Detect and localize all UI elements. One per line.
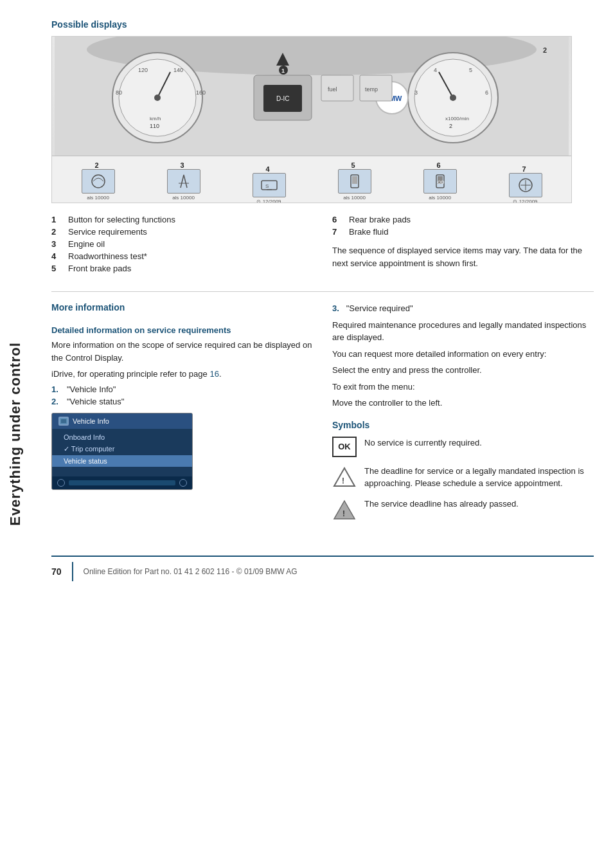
svg-text:5: 5 bbox=[469, 67, 472, 73]
symbols-section: Symbols OK No service is currently requi… bbox=[332, 420, 594, 522]
step3-body2: You can request more detailed informatio… bbox=[332, 348, 594, 361]
svg-text:1: 1 bbox=[281, 68, 285, 74]
item-1-text: Button for selecting functions bbox=[68, 215, 175, 224]
page-footer: 70 Online Edition for Part no. 01 41 2 6… bbox=[51, 556, 594, 581]
svg-point-9 bbox=[154, 95, 161, 101]
menu-item-vehicle-status: Vehicle status bbox=[52, 455, 192, 467]
item-5-num: 5 bbox=[51, 264, 62, 273]
svg-text:OD: OD bbox=[438, 180, 445, 185]
svg-text:!: ! bbox=[342, 476, 344, 485]
cluster-top: 120 140 160 80 km/h 110 4 5 6 3 bbox=[52, 37, 571, 156]
service-icons-row: 2 als 10000 ⊙ 12/2009 bbox=[52, 156, 571, 203]
svg-text:!: ! bbox=[342, 509, 345, 518]
list-item-3: 3 Engine oil bbox=[51, 239, 313, 249]
item-1-num: 1 bbox=[51, 215, 62, 224]
ok-symbol-description: No service is currently required. bbox=[364, 437, 482, 449]
list-item-2: 2 Service requirements bbox=[51, 227, 313, 237]
step3-heading: "Service required" bbox=[346, 303, 413, 313]
triangle-outline-description: The deadline for service or a legally ma… bbox=[364, 465, 594, 490]
more-info-body1: More information on the scope of service… bbox=[51, 339, 313, 364]
step-1: 1. "Vehicle Info" bbox=[51, 384, 313, 394]
ok-symbol-box: OK bbox=[332, 437, 357, 457]
sidebar-text: Everything under control bbox=[7, 342, 24, 526]
more-info-steps: 1. "Vehicle Info" 2. "Vehicle status" bbox=[51, 384, 313, 406]
svg-text:2: 2 bbox=[449, 123, 452, 129]
svg-text:S: S bbox=[265, 183, 269, 189]
menu-title: Vehicle Info bbox=[73, 417, 109, 425]
footer-text: Online Edition for Part no. 01 41 2 602 … bbox=[84, 567, 298, 576]
svg-point-19 bbox=[450, 95, 456, 101]
more-info-left: More information Detailed information on… bbox=[51, 302, 313, 530]
service-item-4: 4 S ⊙ 12/2009 bbox=[229, 165, 308, 204]
detailed-info-sub-heading: Detailed information on service requirem… bbox=[51, 325, 313, 335]
service-item-3: 3 als 10000 ⊙ 12/2009 bbox=[144, 161, 223, 203]
svg-text:D-IC: D-IC bbox=[276, 95, 290, 102]
svg-text:fuel: fuel bbox=[328, 86, 337, 93]
svg-text:140: 140 bbox=[173, 67, 183, 73]
svg-rect-30 bbox=[321, 75, 353, 101]
menu-screenshot: Vehicle Info Onboard Info ✓ Trip compute… bbox=[51, 413, 193, 490]
step-2-num: 2. bbox=[51, 397, 62, 406]
ok-symbol-text: OK bbox=[338, 442, 351, 451]
idrive-prefix: iDrive, for operating principle refer to… bbox=[51, 369, 209, 379]
numbered-items-section: 1 Button for selecting functions 2 Servi… bbox=[51, 215, 594, 281]
svg-rect-36 bbox=[262, 181, 277, 190]
menu-icon bbox=[58, 417, 69, 426]
list-item-6: 6 Rear brake pads bbox=[332, 215, 594, 224]
list-item-5: 5 Front brake pads bbox=[51, 264, 313, 273]
more-info-section: More information Detailed information on… bbox=[51, 302, 594, 530]
list-item-7: 7 Brake fluid bbox=[332, 227, 594, 237]
service-item-5: 5 als 10000 ⊙ bbox=[315, 161, 394, 203]
cluster-svg: 120 140 160 80 km/h 110 4 5 6 3 bbox=[55, 37, 569, 156]
step3-exit-body: Move the controller to the left. bbox=[332, 397, 594, 410]
item-4-num: 4 bbox=[51, 251, 62, 261]
item-5-text: Front brake pads bbox=[68, 264, 131, 273]
triangle-filled-description: The service deadline has already passed. bbox=[364, 498, 519, 511]
svg-point-35 bbox=[92, 175, 105, 188]
more-info-heading: More information bbox=[51, 302, 313, 312]
section-divider bbox=[51, 291, 594, 292]
numbered-items-left: 1 Button for selecting functions 2 Servi… bbox=[51, 215, 313, 281]
list-item-4: 4 Roadworthiness test* bbox=[51, 251, 313, 261]
symbols-heading: Symbols bbox=[332, 420, 594, 430]
symbol-triangle-filled-row: ! The service deadline has already passe… bbox=[332, 498, 594, 522]
item-3-num: 3 bbox=[51, 239, 62, 249]
service-item-2: 2 als 10000 ⊙ 12/2009 bbox=[58, 161, 138, 203]
more-info-right: 3. "Service required" Required maintenan… bbox=[332, 302, 594, 530]
svg-text:160: 160 bbox=[196, 89, 206, 96]
step3-exit-label: To exit from the menu: bbox=[332, 381, 594, 393]
idrive-page-link[interactable]: 16 bbox=[209, 369, 218, 379]
item-6-num: 6 bbox=[332, 215, 342, 224]
svg-text:3: 3 bbox=[414, 89, 418, 96]
step-2-text: "Vehicle status" bbox=[67, 397, 124, 406]
triangle-filled-symbol: ! bbox=[332, 498, 357, 522]
symbol-ok-row: OK No service is currently required. bbox=[332, 437, 594, 457]
svg-text:temp: temp bbox=[365, 86, 378, 93]
symbol-triangle-outline-row: ! The deadline for service or a legally … bbox=[332, 465, 594, 490]
svg-text:110: 110 bbox=[150, 123, 159, 129]
triangle-outline-symbol: ! bbox=[332, 465, 357, 489]
menu-item-trip: ✓ Trip computer bbox=[52, 443, 192, 455]
numbered-items-right: 6 Rear brake pads 7 Brake fluid The sequ… bbox=[332, 215, 594, 281]
step-2: 2. "Vehicle status" bbox=[51, 397, 313, 406]
svg-text:120: 120 bbox=[138, 67, 148, 73]
page-number: 70 bbox=[51, 566, 62, 577]
step3-body3: Select the entry and press the controlle… bbox=[332, 364, 594, 377]
menu-title-bar: Vehicle Info bbox=[52, 413, 192, 429]
idrive-text: iDrive, for operating principle refer to… bbox=[51, 368, 313, 381]
list-item-1: 1 Button for selecting functions bbox=[51, 215, 313, 224]
step-1-num: 1. bbox=[51, 384, 62, 394]
step3-header: 3. "Service required" bbox=[332, 302, 594, 315]
sequence-text: The sequence of displayed service items … bbox=[332, 244, 594, 269]
svg-marker-48 bbox=[334, 468, 355, 486]
possible-displays-heading: Possible displays bbox=[51, 19, 594, 30]
svg-text:km/h: km/h bbox=[150, 116, 161, 122]
item-6-text: Rear brake pads bbox=[349, 215, 411, 224]
item-3-text: Engine oil bbox=[68, 239, 105, 249]
svg-text:6: 6 bbox=[485, 89, 488, 96]
step3-body1: Required maintenance procedures and lega… bbox=[332, 319, 594, 344]
item-2-num: 2 bbox=[51, 227, 62, 237]
svg-text:80: 80 bbox=[116, 89, 122, 96]
right-list: 6 Rear brake pads 7 Brake fluid bbox=[332, 215, 594, 237]
cluster-image: 120 140 160 80 km/h 110 4 5 6 3 bbox=[51, 36, 572, 203]
